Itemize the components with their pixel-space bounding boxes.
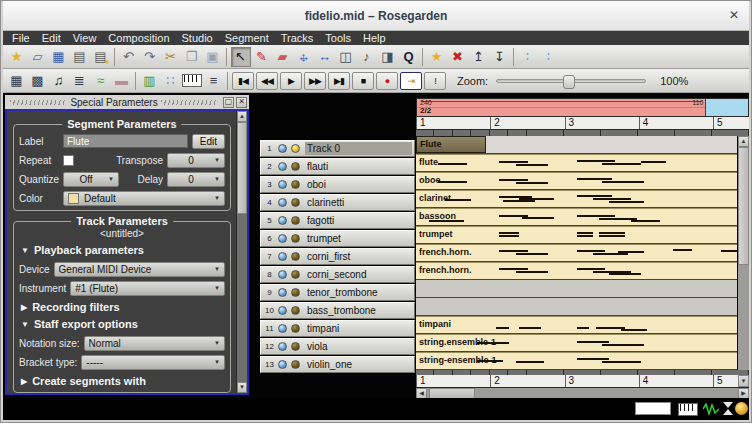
- track-row-fagotti[interactable]: 5fagotti: [260, 212, 415, 229]
- join-segments-button[interactable]: ◨: [378, 47, 398, 67]
- special-parameters-titlebar[interactable]: Special Parameters ▢ ✕: [5, 95, 249, 109]
- bar-ruler-cell-1[interactable]: 1: [416, 117, 490, 129]
- close-button[interactable]: ✕: [729, 9, 739, 21]
- scroll-up-icon[interactable]: ▲: [237, 111, 247, 122]
- delay-dropdown[interactable]: 0▼: [167, 172, 225, 187]
- record-led[interactable]: [291, 306, 300, 315]
- mute-led[interactable]: [278, 180, 287, 189]
- segment-string-ensemble-1[interactable]: string-ensemble-1: [416, 352, 737, 369]
- instrument-dropdown[interactable]: #1 (Flute)▼: [70, 281, 225, 296]
- save-file-button[interactable]: ▦: [49, 47, 69, 67]
- move-tool-button[interactable]: ↔↕: [294, 47, 314, 67]
- panel-scrollbar-thumb[interactable]: [237, 122, 247, 214]
- bar-ruler-cell-2[interactable]: 2: [490, 117, 564, 129]
- transport-record-button[interactable]: ●: [376, 72, 398, 90]
- resize-tool-button[interactable]: ↔: [315, 47, 335, 67]
- edit-button[interactable]: Edit: [192, 134, 225, 149]
- recording-filters-section[interactable]: ▶ Recording filters: [21, 301, 225, 313]
- menu-view[interactable]: View: [67, 31, 103, 45]
- track-row-viola[interactable]: 12viola: [260, 338, 415, 355]
- device-dropdown[interactable]: General MIDI Device▼: [54, 262, 225, 277]
- print-button[interactable]: ▤: [70, 47, 90, 67]
- audio-editor-button[interactable]: ≈: [91, 71, 111, 91]
- split-tool-button[interactable]: ◫: [336, 47, 356, 67]
- bar-ruler-cell-4[interactable]: 4: [639, 117, 713, 129]
- segment-label-field[interactable]: Flute: [63, 134, 188, 148]
- menu-segment[interactable]: Segment: [219, 31, 275, 45]
- segment-flute[interactable]: flute: [416, 154, 737, 171]
- scroll-up-icon[interactable]: ▲: [738, 136, 749, 147]
- record-led[interactable]: [291, 252, 300, 261]
- menu-tracks[interactable]: Tracks: [275, 31, 320, 45]
- segment-french-horn-[interactable]: french.horn.: [416, 244, 737, 261]
- canvas-vertical-scrollbar[interactable]: ▲: [738, 136, 749, 370]
- panic-button[interactable]: !: [424, 72, 446, 90]
- bar-ruler-cell-5[interactable]: 5: [713, 375, 752, 387]
- record-led[interactable]: [291, 144, 300, 153]
- mute-led[interactable]: [278, 216, 287, 225]
- record-led[interactable]: [291, 360, 300, 369]
- transport-play-button[interactable]: ▶: [280, 72, 302, 90]
- percussion-matrix-button[interactable]: ▩: [28, 71, 48, 91]
- cut-button[interactable]: ✂: [161, 47, 181, 67]
- color-dropdown[interactable]: Default▼: [63, 191, 225, 206]
- redo-button[interactable]: ↷: [140, 47, 160, 67]
- bar-ruler-cell-4[interactable]: 4: [639, 375, 713, 387]
- menu-help[interactable]: Help: [357, 31, 392, 45]
- new-file-button[interactable]: ★: [7, 47, 27, 67]
- track-row-flauti[interactable]: 2flauti: [260, 158, 415, 175]
- segment-bassoon[interactable]: bassoon: [416, 208, 737, 225]
- create-segments-section[interactable]: ▶ Create segments with: [21, 375, 225, 387]
- mute-led[interactable]: [278, 198, 287, 207]
- mute-led[interactable]: [278, 324, 287, 333]
- event-list-button[interactable]: ≣: [70, 71, 90, 91]
- track-row-oboi[interactable]: 3oboi: [260, 176, 415, 193]
- record-led[interactable]: [291, 234, 300, 243]
- paste-button[interactable]: ▣: [203, 47, 223, 67]
- mute-led[interactable]: [278, 162, 287, 171]
- undo-button[interactable]: ↶: [119, 47, 139, 67]
- move-track-down-button[interactable]: ↧: [490, 47, 510, 67]
- menu-file[interactable]: File: [6, 31, 36, 45]
- record-led[interactable]: [291, 324, 300, 333]
- mute-led[interactable]: [278, 234, 287, 243]
- transport-rewind-button[interactable]: ◀◀: [256, 72, 278, 90]
- mute-led[interactable]: [278, 144, 287, 153]
- quantize-dropdown[interactable]: Off▼: [63, 172, 119, 187]
- record-led[interactable]: [291, 270, 300, 279]
- mute-led[interactable]: [278, 270, 287, 279]
- audio-mixer-button[interactable]: ≡: [204, 71, 224, 91]
- bar-ruler-bottom[interactable]: ▼ 12345: [416, 375, 749, 388]
- delete-segment-button[interactable]: ✖: [448, 47, 468, 67]
- canvas-track-row[interactable]: Flute: [416, 136, 737, 153]
- scroll-down-icon[interactable]: ▼: [237, 382, 247, 393]
- split-segment-button[interactable]: ♪: [357, 47, 377, 67]
- matrix-editor-button[interactable]: ▦: [7, 71, 27, 91]
- transport-ffwd-button[interactable]: ▶▶: [304, 72, 326, 90]
- bar-ruler-cell-2[interactable]: 2: [490, 375, 564, 387]
- canvas-empty-row[interactable]: [416, 298, 737, 315]
- notation-editor-button[interactable]: ♫: [49, 71, 69, 91]
- notation-size-dropdown[interactable]: Normal▼: [84, 336, 225, 351]
- erase-tool-button[interactable]: ▰: [273, 47, 293, 67]
- toolbar-handle[interactable]: ∶: [539, 47, 559, 67]
- midi-mixer-button[interactable]: ▥: [140, 71, 160, 91]
- track-row-bass-trombone[interactable]: 10bass_trombone: [260, 302, 415, 319]
- toolbar-handle[interactable]: ∶: [518, 47, 538, 67]
- track-row-corni-second[interactable]: 8corni_second: [260, 266, 415, 283]
- quantize-button[interactable]: Q: [399, 47, 419, 67]
- track-row-tenor-trombone[interactable]: 9tenor_trombone: [260, 284, 415, 301]
- panel-restore-icon[interactable]: ▢: [223, 97, 234, 108]
- zoom-slider[interactable]: [496, 79, 646, 83]
- panel-close-icon[interactable]: ✕: [236, 97, 247, 108]
- track-row-clarinetti[interactable]: 4clarinetti: [260, 194, 415, 211]
- record-led[interactable]: [291, 180, 300, 189]
- bar-ruler-cell-5[interactable]: 5: [713, 117, 752, 129]
- open-file-button[interactable]: ▱: [28, 47, 48, 67]
- record-led[interactable]: [291, 198, 300, 207]
- bar-ruler-cell-3[interactable]: 3: [565, 375, 639, 387]
- status-text-field[interactable]: [635, 402, 671, 415]
- select-tool-button[interactable]: ↖: [231, 47, 251, 67]
- record-led[interactable]: [291, 162, 300, 171]
- record-led[interactable]: [291, 342, 300, 351]
